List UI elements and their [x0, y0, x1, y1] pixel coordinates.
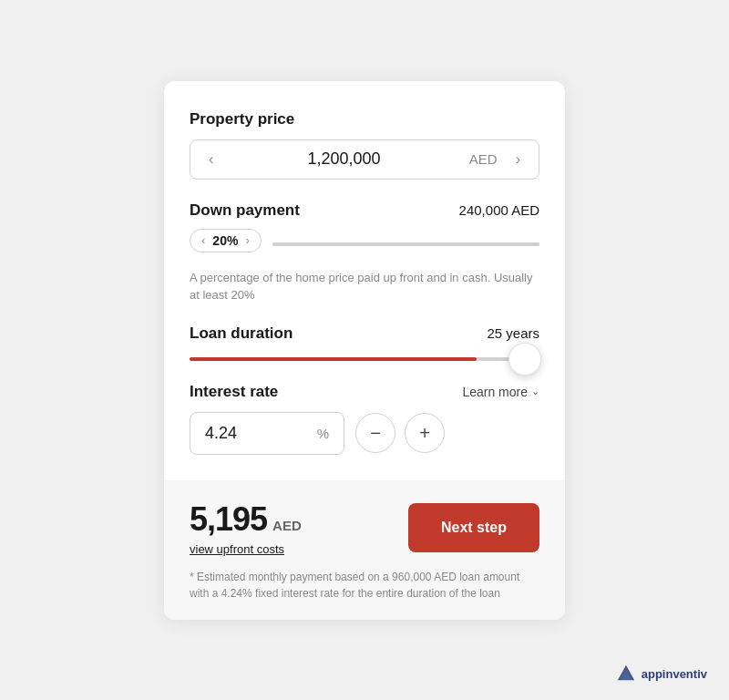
down-payment-row: ‹ 20% › [190, 229, 539, 260]
loan-duration-label: Loan duration [190, 324, 293, 343]
down-payment-stepper: ‹ 20% › [190, 229, 262, 252]
property-price-value: 1,200,000 [308, 149, 381, 169]
interest-rate-row: 4.24 % − + [190, 412, 539, 455]
loan-track-fill [190, 357, 477, 361]
property-price-label: Property price [190, 110, 539, 129]
down-payment-slider-track[interactable] [272, 242, 539, 246]
down-payment-description: A percentage of the home price paid up f… [190, 269, 539, 304]
property-price-currency: AED [469, 151, 498, 167]
loan-duration-value: 25 years [487, 325, 539, 341]
appinventiv-logo-icon [616, 664, 636, 684]
down-payment-header: Down payment 240,000 AED [190, 201, 539, 220]
appinventiv-logo-text: appinventiv [642, 667, 707, 681]
bottom-main-row: 5,195 AED view upfront costs Next step [190, 500, 539, 556]
interest-rate-label: Interest rate [190, 383, 278, 401]
next-step-label: Next step [441, 520, 507, 535]
loan-duration-section: Loan duration 25 years [190, 324, 539, 361]
payment-amount-row: 5,195 AED [190, 500, 302, 539]
monthly-payment-display: 5,195 AED view upfront costs [190, 500, 302, 556]
down-payment-decrement[interactable]: ‹ [201, 233, 205, 247]
chevron-down-icon: ⌄ [531, 386, 539, 397]
appinventiv-logo: appinventiv [616, 664, 707, 684]
interest-rate-input[interactable]: 4.24 % [190, 412, 344, 455]
interest-rate-increment[interactable]: + [405, 413, 445, 453]
down-payment-percent: 20% [212, 233, 238, 248]
down-payment-value: 240,000 AED [459, 202, 539, 218]
upfront-costs-link[interactable]: view upfront costs [190, 542, 302, 556]
monthly-payment-currency: AED [272, 518, 302, 533]
learn-more-button[interactable]: Learn more ⌄ [462, 385, 539, 399]
interest-rate-symbol: % [317, 426, 329, 441]
interest-rate-value: 4.24 [205, 424, 237, 443]
property-price-field: ‹ 1,200,000 AED › [190, 139, 539, 180]
loan-thumb[interactable] [508, 343, 541, 376]
loan-track-bg [190, 357, 539, 361]
loan-duration-slider[interactable] [190, 357, 539, 361]
learn-more-label: Learn more [462, 385, 528, 399]
mortgage-calculator-card: Property price ‹ 1,200,000 AED › Down pa… [164, 81, 565, 620]
property-price-decrement[interactable]: ‹ [203, 149, 219, 170]
disclaimer-text: * Estimated monthly payment based on a 9… [190, 569, 539, 602]
loan-duration-header: Loan duration 25 years [190, 324, 539, 343]
interest-rate-header: Interest rate Learn more ⌄ [190, 383, 539, 401]
monthly-payment-value: 5,195 [190, 500, 267, 539]
interest-rate-decrement[interactable]: − [355, 413, 395, 453]
interest-rate-controls: − + [355, 413, 445, 453]
down-payment-increment[interactable]: › [245, 233, 249, 247]
property-price-increment[interactable]: › [510, 149, 526, 170]
bottom-section: 5,195 AED view upfront costs Next step *… [164, 480, 565, 620]
upfront-costs-label: view upfront costs [190, 542, 284, 556]
down-payment-label: Down payment [190, 201, 300, 220]
next-step-button[interactable]: Next step [408, 503, 539, 552]
